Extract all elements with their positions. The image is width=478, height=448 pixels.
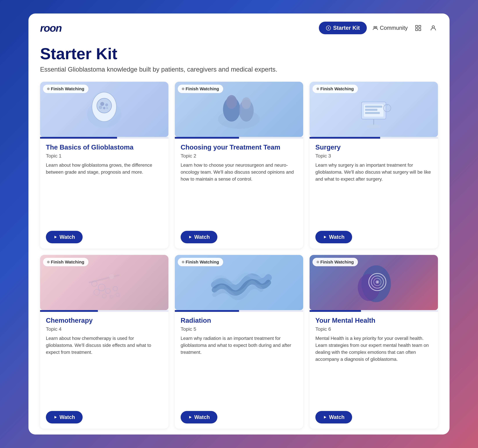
svg-marker-45: [189, 416, 192, 419]
finish-watching-badge: Finish Watching: [43, 258, 88, 266]
user-icon: [430, 25, 437, 31]
card-title: Surgery: [315, 143, 432, 151]
card-item: Finish Watching Chemotherapy Topic 4 Lea…: [40, 255, 169, 429]
card-body: Chemotherapy Topic 4 Learn about how che…: [40, 312, 169, 429]
watch-button[interactable]: Watch: [315, 231, 352, 243]
nav-actions: Starter Kit Community: [319, 22, 438, 34]
card-body: Radiation Topic 5 Learn why radiation is…: [175, 312, 303, 429]
navigation: roon Starter Kit Community: [28, 13, 450, 40]
badge-label: Finish Watching: [186, 260, 219, 265]
svg-point-36: [98, 284, 105, 291]
grid-icon-button[interactable]: [414, 23, 423, 33]
svg-rect-5: [419, 25, 421, 27]
watch-button[interactable]: Watch: [315, 411, 352, 423]
card-item: Finish Watching The Basics of Glioblasto…: [40, 82, 169, 249]
progress-bar-container: [309, 310, 438, 312]
progress-bar: [175, 137, 239, 139]
progress-bar-container: [40, 310, 169, 312]
watch-button[interactable]: Watch: [181, 411, 217, 423]
card-thumbnail: Finish Watching: [40, 255, 169, 310]
progress-bar: [40, 137, 117, 139]
svg-point-2: [374, 26, 375, 28]
svg-point-30: [366, 124, 381, 129]
card-title: Choosing your Treatment Team: [181, 143, 297, 151]
play-icon: [188, 415, 192, 419]
card-thumbnail: Finish Watching: [175, 255, 303, 310]
svg-marker-1: [328, 27, 329, 29]
card-description: Learn about how chemotherapy is used for…: [46, 335, 163, 406]
svg-rect-6: [415, 29, 418, 31]
card-topic: Topic 2: [181, 153, 297, 159]
badge-label: Finish Watching: [320, 86, 354, 91]
svg-point-43: [110, 295, 113, 298]
starter-kit-button[interactable]: Starter Kit: [319, 22, 367, 34]
card-item: Finish Watching Radiation Topic 5 Learn …: [175, 255, 303, 429]
progress-bar-container: [175, 310, 303, 312]
page-subtitle: Essential Glioblastoma knowledge built b…: [40, 66, 438, 73]
community-button[interactable]: Community: [373, 25, 408, 31]
svg-point-39: [113, 286, 118, 291]
card-description: Learn why radiation is an important trea…: [181, 335, 297, 406]
card-topic: Topic 5: [181, 326, 297, 332]
page-title: Starter Kit: [40, 44, 438, 63]
play-icon: [53, 415, 57, 419]
svg-point-8: [432, 26, 434, 28]
card-thumbnail: Finish Watching: [175, 82, 303, 137]
card-body: Your Mental Health Topic 6 Mental Health…: [309, 312, 438, 429]
card-topic: Topic 6: [315, 326, 432, 332]
card-description: Learn about how glioblastoma grows, the …: [46, 162, 163, 226]
card-topic: Topic 1: [46, 153, 163, 159]
watch-button[interactable]: Watch: [181, 231, 217, 243]
badge-dot: [182, 87, 184, 90]
svg-point-14: [103, 107, 106, 109]
progress-bar-container: [175, 137, 303, 139]
svg-point-35: [109, 274, 114, 279]
finish-watching-badge: Finish Watching: [43, 85, 88, 93]
play-icon: [188, 235, 192, 239]
card-thumbnail: Finish Watching: [309, 82, 438, 137]
finish-watching-badge: Finish Watching: [313, 85, 358, 93]
svg-rect-7: [419, 29, 421, 31]
svg-point-16: [106, 107, 108, 109]
card-title: The Basics of Glioblastoma: [46, 143, 163, 151]
watch-button[interactable]: Watch: [46, 411, 83, 423]
svg-rect-27: [365, 109, 377, 111]
cards-grid: Finish Watching The Basics of Glioblasto…: [28, 80, 450, 435]
svg-point-11: [97, 98, 112, 113]
badge-dot: [47, 261, 50, 263]
badge-label: Finish Watching: [320, 260, 354, 265]
card-title: Radiation: [181, 317, 297, 324]
progress-bar: [309, 137, 380, 139]
badge-label: Finish Watching: [51, 260, 84, 265]
card-description: Learn why surgery is an important treatm…: [315, 162, 432, 226]
badge-dot: [182, 261, 184, 263]
svg-point-12: [100, 102, 104, 106]
grid-icon: [415, 25, 422, 31]
progress-bar-container: [309, 137, 438, 139]
play-icon: [323, 235, 327, 239]
finish-watching-badge: Finish Watching: [178, 258, 223, 266]
user-icon-button[interactable]: [429, 23, 438, 33]
svg-point-21: [226, 95, 237, 109]
hero-section: Starter Kit Essential Glioblastoma knowl…: [28, 40, 450, 80]
svg-point-3: [376, 26, 377, 28]
finish-watching-badge: Finish Watching: [313, 258, 358, 266]
community-icon: [373, 25, 378, 31]
card-description: Mental Health is a key priority for your…: [315, 335, 432, 406]
play-icon: [323, 415, 327, 419]
card-topic: Topic 3: [315, 153, 432, 159]
card-topic: Topic 4: [46, 326, 163, 332]
svg-rect-28: [365, 112, 380, 114]
card-item: Finish Watching Choosing your Treatment …: [175, 82, 303, 249]
svg-marker-53: [324, 416, 326, 419]
badge-dot: [47, 87, 50, 90]
progress-bar: [309, 310, 361, 312]
svg-marker-44: [54, 416, 57, 419]
card-title: Your Mental Health: [315, 317, 432, 324]
watch-button[interactable]: Watch: [46, 231, 83, 243]
badge-label: Finish Watching: [51, 86, 84, 91]
progress-bar-container: [40, 137, 169, 139]
progress-bar: [175, 310, 239, 312]
svg-point-52: [377, 281, 378, 282]
badge-dot: [316, 87, 319, 90]
